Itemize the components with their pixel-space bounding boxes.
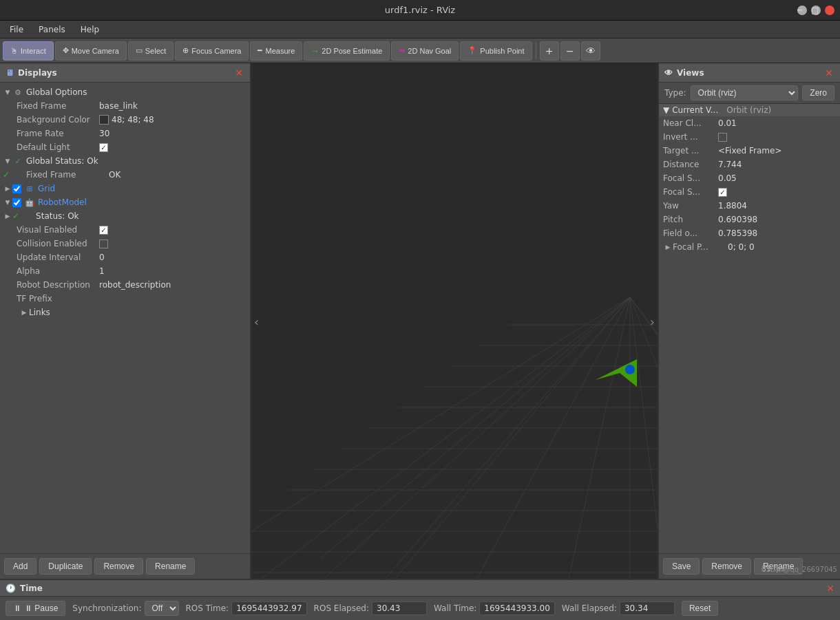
- viewport-left-arrow[interactable]: ‹: [251, 311, 262, 331]
- robotmodel-checkbox[interactable]: [12, 198, 21, 207]
- target-value[interactable]: <Fixed Frame>: [718, 146, 836, 156]
- move-camera-button[interactable]: ✥ Move Camera: [55, 41, 127, 61]
- views-close-button[interactable]: ✕: [823, 67, 834, 78]
- wall-elapsed-label: Wall Elapsed:: [562, 603, 617, 613]
- fixed-frame-key: Fixed Frame: [3, 101, 99, 111]
- focal-point-value[interactable]: 0; 0; 0: [728, 242, 836, 252]
- links-expander[interactable]: ▶: [19, 308, 29, 317]
- time-close-button[interactable]: ✕: [826, 583, 834, 594]
- invert-checkbox[interactable]: [718, 133, 727, 142]
- focal-s1-value[interactable]: 0.05: [718, 173, 836, 183]
- displays-close-button[interactable]: ✕: [233, 67, 244, 78]
- near-clip-row: Near Cl... 0.01: [659, 116, 840, 130]
- titlebar-controls: ─ □: [797, 6, 834, 15]
- global-status-expander[interactable]: ▼: [3, 156, 12, 166]
- alpha-value[interactable]: 1: [99, 266, 247, 276]
- 3d-viewport[interactable]: ‹ ›: [251, 63, 658, 579]
- default-light-checkbox[interactable]: ✓: [99, 143, 108, 152]
- fov-key: Field o...: [663, 228, 718, 238]
- robot-description-row: Robot Description robot_description: [0, 278, 250, 292]
- current-view-expander[interactable]: ▼: [663, 105, 669, 115]
- focus-camera-button[interactable]: ⊕ Focus Camera: [175, 41, 249, 61]
- field-of-view-row: Field o... 0.785398: [659, 226, 840, 240]
- measure-icon: ━: [258, 46, 262, 55]
- views-type-row: Type: Orbit (rviz) Zero: [659, 83, 840, 104]
- pose-estimate-button[interactable]: → 2D Pose Estimate: [304, 41, 390, 61]
- robot-icon: 🤖: [24, 197, 35, 208]
- focal-s2-key: Focal S...: [663, 187, 718, 197]
- grid-row[interactable]: ▶ ⊞ Grid: [0, 182, 250, 195]
- maximize-button[interactable]: □: [811, 6, 821, 15]
- focal-point-expander[interactable]: ▶: [663, 242, 673, 252]
- yaw-value[interactable]: 1.8804: [718, 201, 836, 211]
- remove-display-button[interactable]: −: [560, 41, 580, 61]
- sync-select[interactable]: Off: [145, 601, 179, 616]
- select-icon: ▭: [136, 46, 143, 55]
- background-color-value-container[interactable]: 48; 48; 48: [99, 115, 154, 125]
- global-options-expander[interactable]: ▼: [3, 87, 12, 97]
- duplicate-button[interactable]: Duplicate: [39, 558, 92, 575]
- titlebar: urdf1.rviz - RViz ─ □: [0, 0, 840, 21]
- menu-help[interactable]: Help: [74, 23, 106, 36]
- robotmodel-row[interactable]: ▼ 🤖 RobotModel: [0, 195, 250, 209]
- distance-key: Distance: [663, 160, 718, 169]
- visual-enabled-checkbox[interactable]: ✓: [99, 226, 108, 235]
- fixed-frame-value[interactable]: base_link: [99, 101, 247, 111]
- links-row[interactable]: ▶ Links: [0, 306, 250, 319]
- frame-rate-value[interactable]: 30: [99, 129, 247, 138]
- tf-prefix-row: TF Prefix: [0, 292, 250, 306]
- gs-check-icon: ✓: [3, 170, 10, 180]
- focal-s2-checkbox[interactable]: ✓: [718, 188, 727, 197]
- invert-row: Invert ...: [659, 130, 840, 144]
- grid-checkbox[interactable]: [12, 184, 21, 193]
- type-select[interactable]: Orbit (rviz): [691, 85, 799, 100]
- color-swatch[interactable]: [99, 115, 109, 125]
- pitch-value[interactable]: 0.690398: [718, 215, 836, 224]
- collision-enabled-checkbox[interactable]: [99, 239, 108, 248]
- pause-button[interactable]: ⏸ ⏸ Pause: [6, 601, 65, 616]
- minimize-button[interactable]: ─: [797, 6, 807, 15]
- menu-panels[interactable]: Panels: [32, 23, 72, 36]
- grid-svg: [251, 63, 658, 579]
- monitor-icon: 🖥: [6, 68, 14, 78]
- robot-description-value[interactable]: robot_description: [99, 280, 247, 290]
- measure-button[interactable]: ━ Measure: [250, 41, 302, 61]
- fov-value[interactable]: 0.785398: [718, 228, 836, 238]
- status-label: Status: Ok: [22, 211, 118, 221]
- reset-button[interactable]: Reset: [682, 601, 718, 616]
- update-interval-key: Update Interval: [3, 253, 99, 262]
- rename-button[interactable]: Rename: [146, 558, 195, 575]
- grid-expander[interactable]: ▶: [3, 184, 12, 193]
- links-label: Links: [29, 308, 50, 317]
- invert-key: Invert ...: [663, 132, 718, 142]
- nav-goal-button[interactable]: ⇒ 2D Nav Goal: [391, 41, 459, 61]
- add-button[interactable]: Add: [4, 558, 36, 575]
- focal-point-expander-wrap[interactable]: ▶ Focal P...: [663, 242, 728, 252]
- status-expander[interactable]: ▶: [3, 211, 12, 221]
- views-remove-button[interactable]: Remove: [702, 558, 751, 575]
- viewport-right-arrow[interactable]: ›: [647, 311, 658, 331]
- views-save-button[interactable]: Save: [663, 558, 700, 575]
- visual-enabled-row: Visual Enabled ✓: [0, 223, 250, 237]
- add-display-button[interactable]: +: [540, 41, 559, 61]
- pause-icon: ⏸: [13, 603, 21, 613]
- distance-row: Distance 7.744: [659, 158, 840, 171]
- global-options-row[interactable]: ▼ ⚙ Global Options: [0, 85, 250, 99]
- menu-file[interactable]: File: [3, 23, 30, 36]
- near-clip-value[interactable]: 0.01: [718, 118, 836, 128]
- current-view-header[interactable]: ▼ Current V... Orbit (rviz): [659, 104, 840, 116]
- update-interval-value[interactable]: 0: [99, 253, 247, 262]
- window-title: urdf1.rviz - RViz: [385, 5, 455, 15]
- close-button[interactable]: [825, 6, 834, 15]
- publish-point-button[interactable]: 📍 Publish Point: [460, 41, 532, 61]
- toggle-view-button[interactable]: 👁: [581, 41, 600, 61]
- remove-button[interactable]: Remove: [94, 558, 143, 575]
- wall-time-field: Wall Time: 1695443933.00: [434, 601, 555, 615]
- global-status-row[interactable]: ▼ ✓ Global Status: Ok: [0, 154, 250, 168]
- distance-value[interactable]: 7.744: [718, 160, 836, 169]
- select-button[interactable]: ▭ Select: [128, 41, 174, 61]
- zero-button[interactable]: Zero: [802, 85, 834, 100]
- interact-button[interactable]: 🖱 Interact: [3, 41, 54, 61]
- robotmodel-expander[interactable]: ▼: [3, 197, 12, 207]
- target-frame-row: Target ... <Fixed Frame>: [659, 144, 840, 158]
